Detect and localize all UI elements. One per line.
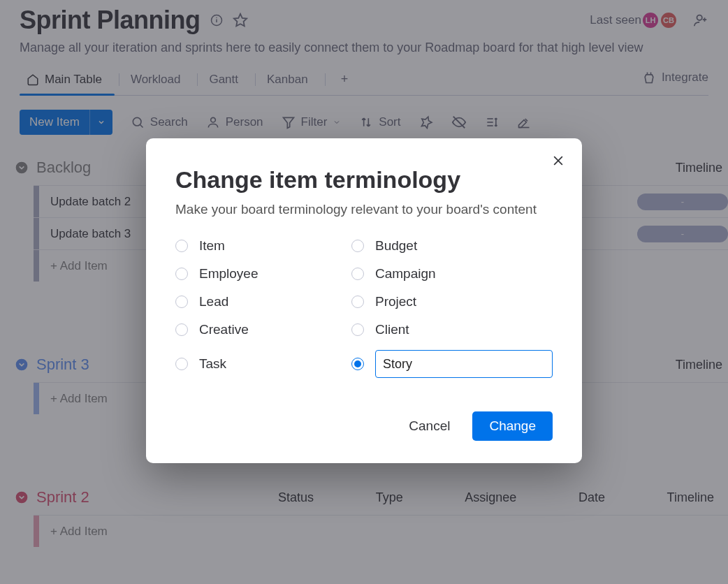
option-label: Client [375, 322, 409, 337]
option-label: Creative [199, 322, 249, 337]
radio-icon [351, 295, 364, 308]
radio-icon [175, 358, 188, 370]
modal-overlay[interactable]: Change item terminology Make your board … [0, 0, 728, 584]
option-label: Item [199, 238, 225, 254]
option-label: Project [375, 294, 416, 309]
radio-icon [175, 323, 188, 336]
option-employee[interactable]: Employee [175, 266, 323, 282]
radio-icon [351, 268, 364, 280]
change-button[interactable]: Change [472, 411, 553, 441]
radio-icon [351, 358, 364, 370]
option-lead[interactable]: Lead [175, 294, 323, 309]
option-label: Employee [199, 266, 259, 282]
option-custom[interactable] [351, 350, 553, 378]
option-project[interactable]: Project [351, 294, 553, 309]
option-task[interactable]: Task [175, 350, 323, 378]
option-label: Budget [375, 238, 417, 254]
option-campaign[interactable]: Campaign [351, 266, 553, 282]
radio-icon [175, 240, 188, 252]
option-label: Campaign [375, 266, 436, 282]
option-budget[interactable]: Budget [351, 238, 553, 254]
option-item[interactable]: Item [175, 238, 323, 254]
modal-subtitle: Make your board terminology relevant to … [175, 202, 553, 217]
option-label: Lead [199, 294, 228, 309]
terminology-modal: Change item terminology Make your board … [146, 138, 582, 463]
option-client[interactable]: Client [351, 322, 553, 337]
option-label: Task [199, 356, 226, 372]
radio-icon [175, 268, 188, 280]
modal-title: Change item terminology [175, 166, 553, 194]
close-icon[interactable] [551, 154, 565, 168]
radio-icon [351, 323, 364, 336]
cancel-button[interactable]: Cancel [399, 411, 460, 441]
custom-terminology-input[interactable] [375, 350, 553, 378]
option-creative[interactable]: Creative [175, 322, 323, 337]
radio-icon [351, 240, 364, 252]
radio-icon [175, 295, 188, 308]
